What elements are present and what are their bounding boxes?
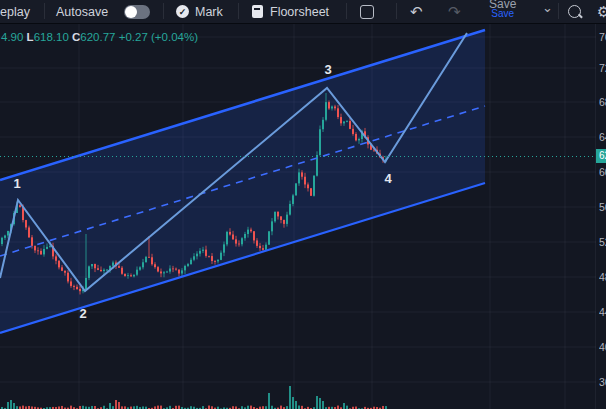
change-value: +0.27 (+0.04%) (119, 31, 198, 43)
price-axis[interactable]: 760720680640600560520480440400360 620.77 (596, 0, 606, 409)
toolbar-separator (238, 3, 239, 19)
check-circle-icon: ✓ (176, 5, 189, 18)
low-value: 618.10 (34, 31, 69, 43)
price-axis-tick: 440 (599, 306, 606, 318)
price-axis-tick: 360 (599, 376, 606, 388)
close-value: 620.77 (80, 31, 115, 43)
magnifier-icon (568, 5, 581, 18)
price-axis-tick: 600 (599, 166, 606, 178)
price-axis-tick: 640 (599, 131, 606, 143)
mark-label: Mark (195, 5, 223, 19)
toggle-track-icon[interactable] (124, 5, 150, 19)
floorsheet-label: Floorsheet (270, 5, 329, 19)
autosave-label: Autosave (56, 0, 108, 23)
ohlc-legend[interactable]: 4.90 L618.10 C620.77 +0.27 (+0.04%) (1, 31, 198, 43)
wave-label-2: 2 (79, 306, 86, 321)
toolbar-separator (163, 3, 164, 19)
toolbar-separator (44, 3, 45, 19)
low-label: L (27, 31, 34, 43)
price-axis-tick: 400 (599, 341, 606, 353)
undo-button[interactable]: ↶ (410, 0, 423, 23)
chevron-down-icon[interactable]: ⌄ (542, 0, 553, 19)
floorsheet-button[interactable]: Floorsheet (252, 0, 329, 23)
wave-label-4: 4 (384, 171, 391, 186)
top-toolbar: eplay Autosave ✓ Mark Floorsheet ↶ ↷ Sav… (0, 0, 606, 24)
current-price-tag: 620.77 (596, 149, 606, 163)
toolbar-separator (346, 3, 347, 19)
sheet-icon (252, 5, 263, 18)
search-zoom-button[interactable] (568, 0, 581, 23)
settings-gear-icon[interactable]: ⚙ (597, 0, 606, 23)
toolbar-separator (558, 3, 559, 19)
price-axis-tick: 520 (599, 236, 606, 248)
high-value-partial: 4.90 (1, 31, 23, 43)
price-axis-tick: 720 (599, 62, 606, 74)
trading-app-window: 1234 4.90 L618.10 C620.77 +0.27 (+0.04%)… (0, 0, 606, 409)
wave-label-3: 3 (324, 62, 331, 77)
layout-square-button[interactable] (360, 0, 374, 23)
mark-button[interactable]: ✓ Mark (176, 0, 223, 23)
toolbar-separator (396, 3, 397, 19)
wave-label-1: 1 (13, 176, 20, 191)
price-chart[interactable] (0, 0, 606, 409)
price-axis-tick: 760 (599, 31, 606, 43)
replay-button[interactable]: eplay (0, 0, 30, 23)
square-outline-icon (360, 5, 374, 19)
save-layout-button[interactable]: Save Save (489, 0, 516, 23)
autosave-toggle[interactable] (124, 0, 150, 23)
volume-bars (1, 386, 387, 409)
toggle-knob-icon (125, 6, 137, 18)
save-link[interactable]: Save (491, 9, 514, 19)
price-axis-tick: 680 (599, 96, 606, 108)
redo-button[interactable]: ↷ (448, 0, 461, 23)
price-axis-tick: 480 (599, 271, 606, 283)
price-axis-tick: 560 (599, 201, 606, 213)
